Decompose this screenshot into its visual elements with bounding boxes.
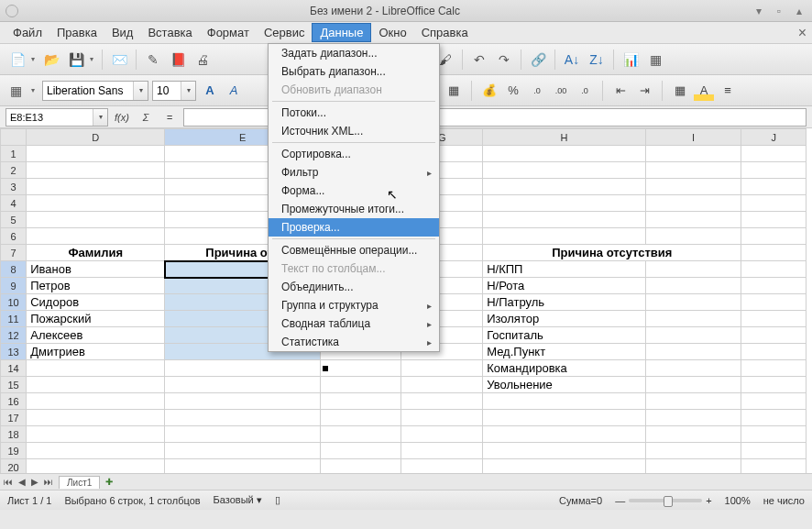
cell-J3[interactable] bbox=[741, 179, 807, 195]
cell-J19[interactable] bbox=[741, 443, 807, 459]
cell-J1[interactable] bbox=[741, 146, 807, 162]
filter-button[interactable]: ▦ bbox=[643, 48, 667, 72]
cell-I4[interactable] bbox=[645, 195, 741, 212]
cell-J7[interactable] bbox=[741, 245, 807, 261]
cell-G20[interactable] bbox=[401, 459, 483, 474]
menu-item-9[interactable]: Форма... bbox=[269, 182, 439, 200]
menu-data[interactable]: Данные bbox=[312, 23, 371, 42]
cell-I12[interactable] bbox=[645, 327, 741, 344]
row-header-6[interactable]: 6 bbox=[1, 228, 27, 245]
new-doc-button[interactable]: 📄 bbox=[5, 48, 38, 72]
cell-J13[interactable] bbox=[741, 344, 807, 360]
borders-button[interactable]: ▦ bbox=[670, 81, 690, 101]
row-header-17[interactable]: 17 bbox=[1, 410, 27, 426]
cell-D17[interactable] bbox=[27, 410, 165, 426]
cell-H5[interactable] bbox=[483, 212, 645, 228]
open-button[interactable]: 📂 bbox=[39, 48, 63, 72]
menu-insert[interactable]: Вставка bbox=[140, 24, 199, 41]
select-all-corner[interactable] bbox=[1, 129, 27, 146]
cell-J15[interactable] bbox=[741, 377, 807, 393]
cell-H2[interactable] bbox=[483, 162, 645, 179]
menu-edit[interactable]: Правка bbox=[49, 24, 104, 41]
row-header-13[interactable]: 13 bbox=[1, 344, 27, 360]
cell-H19[interactable] bbox=[483, 443, 645, 459]
cell-I6[interactable] bbox=[645, 228, 741, 245]
cell-J14[interactable] bbox=[741, 360, 807, 377]
cell-H14[interactable]: Командировка bbox=[483, 360, 645, 377]
cell-D10[interactable]: Сидоров bbox=[27, 294, 165, 311]
cell-E18[interactable] bbox=[165, 426, 320, 443]
cell-H20[interactable] bbox=[483, 459, 645, 474]
edit-mode-button[interactable]: ✎ bbox=[141, 48, 165, 72]
align-button[interactable]: ≡ bbox=[718, 81, 738, 101]
status-sum[interactable]: Сумма=0 bbox=[559, 495, 602, 506]
cell-H13[interactable]: Мед.Пункт bbox=[483, 344, 645, 360]
cell-D5[interactable] bbox=[27, 212, 165, 228]
cell-E15[interactable] bbox=[165, 377, 320, 393]
cell-F19[interactable] bbox=[320, 443, 401, 459]
menu-item-11[interactable]: Проверка... bbox=[269, 218, 439, 237]
font-size-combo[interactable]: 10▾ bbox=[152, 81, 196, 101]
currency-button[interactable]: 💰 bbox=[479, 81, 499, 101]
cell-F16[interactable] bbox=[320, 393, 401, 410]
row-header-12[interactable]: 12 bbox=[1, 327, 27, 344]
row-header-11[interactable]: 11 bbox=[1, 311, 27, 327]
cell-D9[interactable]: Петров bbox=[27, 278, 165, 294]
save-button[interactable]: 💾 bbox=[64, 48, 97, 72]
cell-G16[interactable] bbox=[401, 393, 483, 410]
print-button[interactable]: 🖨 bbox=[191, 48, 214, 72]
cell-H15[interactable]: Увольнение bbox=[483, 377, 645, 393]
row-header-4[interactable]: 4 bbox=[1, 195, 27, 212]
cell-D7[interactable]: Фамилия bbox=[27, 245, 165, 261]
cell-D14[interactable] bbox=[27, 360, 165, 377]
cell-H1[interactable] bbox=[483, 146, 645, 162]
maximize-button[interactable]: ▫ bbox=[772, 5, 786, 17]
cell-I10[interactable] bbox=[645, 294, 741, 311]
name-box[interactable]: E8:E13▾ bbox=[5, 108, 108, 127]
row-header-8[interactable]: 8 bbox=[1, 261, 27, 278]
cell-G15[interactable] bbox=[401, 377, 483, 393]
number-button[interactable]: .0 bbox=[527, 81, 547, 101]
menu-item-13[interactable]: Совмещённые операции... bbox=[269, 241, 439, 259]
row-header-15[interactable]: 15 bbox=[1, 377, 27, 393]
selection-handle[interactable] bbox=[323, 366, 328, 371]
cell-D2[interactable] bbox=[27, 162, 165, 179]
menu-item-18[interactable]: Статистика bbox=[269, 333, 439, 351]
status-zoom[interactable]: 100% bbox=[725, 495, 751, 506]
redo-button[interactable]: ↷ bbox=[492, 48, 516, 72]
cell-I15[interactable] bbox=[645, 377, 741, 393]
hyperlink-button[interactable]: 🔗 bbox=[526, 48, 550, 72]
cell-I3[interactable] bbox=[645, 179, 741, 195]
cell-I11[interactable] bbox=[645, 311, 741, 327]
cell-F17[interactable] bbox=[320, 410, 401, 426]
menu-item-0[interactable]: Задать диапазон... bbox=[269, 44, 439, 62]
cell-F14[interactable] bbox=[320, 360, 401, 377]
cell-I18[interactable] bbox=[645, 426, 741, 443]
cell-H3[interactable] bbox=[483, 179, 645, 195]
del-decimal-button[interactable]: .0 bbox=[575, 81, 595, 101]
cell-D11[interactable]: Пожарский bbox=[27, 311, 165, 327]
cell-J2[interactable] bbox=[741, 162, 807, 179]
sum-button[interactable]: Σ bbox=[136, 108, 156, 127]
row-header-14[interactable]: 14 bbox=[1, 360, 27, 377]
sort-asc-button[interactable]: A↓ bbox=[560, 48, 584, 72]
menu-item-5[interactable]: Источник XML... bbox=[269, 122, 439, 140]
menu-item-8[interactable]: Фильтр bbox=[269, 163, 439, 182]
cell-J20[interactable] bbox=[741, 459, 807, 474]
cell-J16[interactable] bbox=[741, 393, 807, 410]
cell-I16[interactable] bbox=[645, 393, 741, 410]
cell-I8[interactable] bbox=[645, 261, 741, 278]
cell-I9[interactable] bbox=[645, 278, 741, 294]
cell-J9[interactable] bbox=[741, 278, 807, 294]
cell-D19[interactable] bbox=[27, 443, 165, 459]
col-header-D[interactable]: D bbox=[27, 129, 165, 146]
menu-format[interactable]: Формат bbox=[200, 24, 257, 41]
cell-J10[interactable] bbox=[741, 294, 807, 311]
add-decimal-button[interactable]: .00 bbox=[551, 81, 571, 101]
dec-indent-button[interactable]: ⇤ bbox=[610, 81, 631, 101]
cell-H12[interactable]: Госпиталь bbox=[483, 327, 645, 344]
cell-H17[interactable] bbox=[483, 410, 645, 426]
bold-button[interactable]: A bbox=[200, 81, 220, 101]
row-header-10[interactable]: 10 bbox=[1, 294, 27, 311]
email-button[interactable]: ✉️ bbox=[107, 48, 131, 72]
